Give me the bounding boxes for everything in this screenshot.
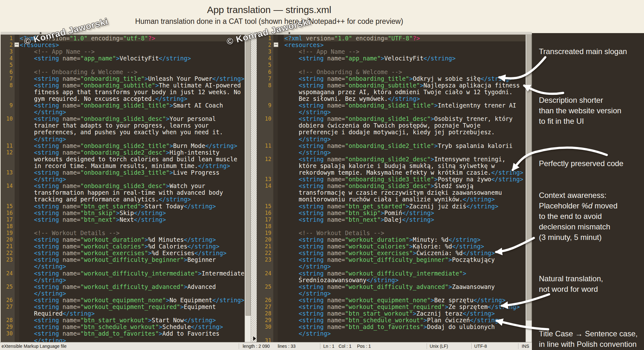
code-line: <string name="btn_add_to_favorites">Add … bbox=[20, 330, 219, 337]
code-line: <string name="onboarding_slide1_desc">Os… bbox=[284, 116, 512, 122]
code-line: <string name="btn_get_started">Start Tod… bbox=[20, 203, 216, 210]
statusbar-ln: Ln : 1 bbox=[323, 344, 334, 349]
caret-position-marker-icon bbox=[253, 336, 256, 341]
code-line: Średniozaawansowany</string> bbox=[284, 277, 398, 284]
code-line: <string name="onboarding_slide3_desc">Śl… bbox=[284, 183, 473, 189]
right-editor-pane[interactable]: 1<?xml version="1.0" encoding="UTF-8"?>2… bbox=[257, 32, 526, 342]
line-number: 10 bbox=[257, 116, 271, 122]
line-number: 30 bbox=[1, 330, 13, 337]
code-line: <string name="workout_difficulty_beginne… bbox=[20, 256, 216, 263]
line-number: 8 bbox=[257, 82, 271, 89]
right-scrollbar-thumb[interactable] bbox=[526, 32, 532, 320]
left-scrollbar-thumb[interactable] bbox=[246, 32, 251, 316]
code-line: </string> bbox=[20, 109, 66, 116]
statusbar-lines: lines : 33 bbox=[278, 344, 296, 349]
annotation-line: to fit in the UI bbox=[539, 117, 584, 126]
code-line: preferencje i dodaje motywacji, kiedy je… bbox=[284, 129, 495, 136]
annotation-line: to the end to avoid bbox=[539, 212, 602, 221]
code-line: </string> bbox=[284, 136, 331, 143]
code-line: <string name="workout_equipment_none">Be… bbox=[284, 297, 505, 304]
annotation-line: Context awareness: bbox=[539, 191, 606, 200]
code-line: <string name="onboarding_subtitle">Najle… bbox=[284, 82, 520, 89]
left-fold-margin bbox=[15, 32, 19, 342]
code-line: wspomagana przez AI, która odmieni Twoje… bbox=[284, 89, 512, 95]
statusbar-doctype: eXtensible Markup Language file bbox=[2, 344, 67, 349]
line-number: 29 bbox=[1, 324, 13, 330]
line-number: 3 bbox=[257, 48, 271, 55]
code-line: <!-- Onboarding & Welcome --> bbox=[284, 69, 402, 75]
screenshot-root: App translation — strings.xml Human tran… bbox=[0, 0, 644, 350]
code-line: <string name="onboarding_slide2_desc">In… bbox=[284, 156, 505, 163]
code-line: <string name="btn_add_to_favorites">Doda… bbox=[284, 324, 495, 330]
pane-splitter[interactable] bbox=[251, 32, 257, 342]
code-line: <string name="workout_difficulty_advance… bbox=[284, 284, 495, 290]
line-number: 19 bbox=[1, 230, 13, 236]
code-line: <string name="onboarding_slide2_desc">Hi… bbox=[20, 149, 219, 156]
line-number: 13 bbox=[1, 169, 13, 176]
line-number: 27 bbox=[257, 304, 271, 310]
code-line: workouts designed to torch calories and … bbox=[20, 156, 237, 163]
code-line: </string> bbox=[20, 136, 66, 143]
code-line: <string name="btn_schedule_workout">Sche… bbox=[20, 324, 223, 330]
code-line: <string name="workout_exercises">Ćwiczen… bbox=[284, 250, 495, 256]
line-number: 15 bbox=[1, 203, 13, 210]
code-line: </string> bbox=[284, 263, 331, 270]
right-pane-top-marker bbox=[289, 32, 290, 34]
code-line: <resources> bbox=[284, 42, 324, 48]
left-editor-pane[interactable]: 1<?xml version="1.0" encoding="utf-8"?>2… bbox=[1, 32, 245, 342]
code-line: <string name="onboarding_slide3_title">L… bbox=[20, 169, 219, 176]
line-number: 27 bbox=[1, 304, 13, 310]
code-line: <string name="app_name">VelocityFit</str… bbox=[20, 55, 191, 62]
line-number: 2 bbox=[257, 42, 271, 48]
fold-collapse-icon[interactable] bbox=[14, 42, 19, 47]
code-line: </string> bbox=[284, 330, 331, 337]
statusbar-encoding: UTF-8 bbox=[474, 344, 487, 349]
code-line: transformację w czasie rzeczywistym dzię… bbox=[284, 189, 502, 196]
line-number: 28 bbox=[1, 317, 13, 324]
line-number: 11 bbox=[257, 143, 271, 149]
line-number: 22 bbox=[257, 250, 271, 256]
line-number: 6 bbox=[1, 69, 13, 75]
code-line: <string name="workout_difficulty_interme… bbox=[284, 270, 466, 277]
line-number: 10 bbox=[1, 116, 13, 122]
line-number: 16 bbox=[257, 210, 271, 216]
line-number: 4 bbox=[1, 55, 13, 62]
code-line: <string name="workout_equipment_required… bbox=[20, 304, 216, 310]
line-number: 24 bbox=[1, 270, 13, 277]
code-line: <string name="onboarding_title">Odkryj w… bbox=[284, 75, 512, 82]
code-line: <!-- App Name --> bbox=[284, 48, 359, 55]
annotation-line: Natural translation, bbox=[539, 274, 603, 283]
left-vertical-scrollbar[interactable] bbox=[245, 32, 251, 342]
code-line: </string> bbox=[284, 290, 331, 297]
line-number: 25 bbox=[257, 284, 271, 290]
line-number: 2 bbox=[1, 42, 13, 48]
annotation-line: in line with Polish convention bbox=[539, 340, 637, 349]
line-number: 26 bbox=[1, 297, 13, 304]
code-line: <string name="workout_difficulty_interme… bbox=[20, 270, 244, 277]
code-line: <string name="workout_calories">%d Calor… bbox=[20, 243, 219, 250]
code-line: <!-- Workout Details --> bbox=[20, 230, 119, 236]
annotation-line: Perfectly preserved code bbox=[539, 159, 623, 168]
code-line: <string name="onboarding_slide1_title">I… bbox=[284, 102, 516, 109]
line-number: 20 bbox=[1, 236, 13, 243]
code-line: <string name="btn_skip">Pomiń</string> bbox=[284, 210, 434, 216]
line-number: 24 bbox=[257, 270, 271, 277]
annotation-line: Placeholder %d moved bbox=[539, 201, 618, 210]
code-line: <string name="workout_equipment_none">No… bbox=[20, 297, 244, 304]
code-line: <string name="app_name">VelocityFit</str… bbox=[284, 55, 455, 62]
code-line: monitorowaniu ruchów ciała i analizie wy… bbox=[284, 196, 495, 203]
code-line: <string name="workout_exercises">%d Exer… bbox=[20, 250, 226, 256]
line-number: 9 bbox=[1, 102, 13, 109]
line-number: 23 bbox=[257, 256, 271, 263]
line-number: 13 bbox=[257, 176, 271, 183]
fold-collapse-icon[interactable] bbox=[274, 42, 278, 47]
line-number: 28 bbox=[257, 310, 271, 317]
code-line: <!-- App Name --> bbox=[20, 48, 95, 55]
code-line: <string name="onboarding_slide3_desc">Wa… bbox=[20, 183, 205, 189]
right-vertical-scrollbar[interactable] bbox=[526, 32, 532, 342]
code-line: gym required. No excuses accepted.</stri… bbox=[20, 95, 187, 102]
annotation-line: than the website version bbox=[539, 106, 621, 115]
line-number: 14 bbox=[1, 183, 13, 189]
code-line: które spalają kalorie i budują smukłą, s… bbox=[284, 163, 495, 169]
line-number: 6 bbox=[257, 69, 271, 75]
